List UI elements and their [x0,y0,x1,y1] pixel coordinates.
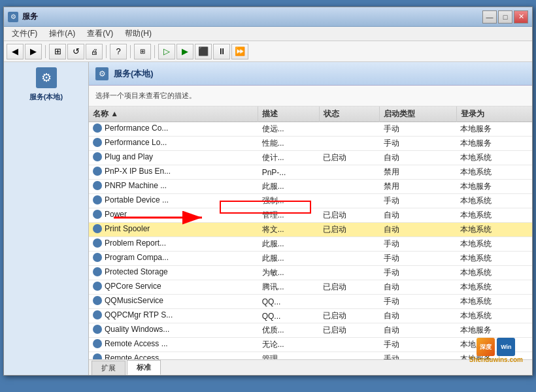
col-name[interactable]: 名称 ▲ [89,106,258,122]
tab-standard[interactable]: 标准 [127,360,161,375]
service-desc: 此服... [258,237,320,252]
service-name: Power [89,208,258,223]
forward-button[interactable]: ▶ [25,44,42,59]
service-desc: 管理... [258,208,320,223]
service-login: 本地系统 [456,266,532,280]
start-service-button[interactable]: ▷ [158,44,175,59]
toolbar-separator-2 [106,45,107,58]
main-content: ⚙ 服务(本地) ⚙ 服务(本地) 选择一个项目来查看它的描述。 名称 ▲ [4,62,532,375]
service-login: 本地系统 [456,151,532,165]
table-row[interactable]: Quality Windows...优质...已启动自动本地服务 [89,323,532,338]
menu-view[interactable]: 查看(V) [82,27,118,41]
service-startup: 手动 [380,194,457,208]
service-desc: 此服... [258,180,320,194]
table-row[interactable]: Problem Report...此服...手动本地系统 [89,237,532,252]
print-button[interactable]: 🖨 [86,44,103,59]
service-name: PNRP Machine ... [89,180,258,194]
table-row[interactable]: PNRP Machine ...此服...禁用本地服务 [89,180,532,194]
table-row[interactable]: QQMusicServiceQQ...手动本地系统 [89,295,532,309]
service-login: 本地服务 [456,122,532,137]
col-status[interactable]: 状态 [319,106,379,122]
col-desc[interactable]: 描述 [258,106,320,122]
content-header-title: 服务(本地) [114,68,154,80]
service-login: 本地系统 [456,237,532,252]
back-button[interactable]: ◀ [7,44,24,59]
service-status: 已启动 [319,151,379,165]
table-row[interactable]: Print Spooler将文...已启动自动本地系统 [89,223,532,237]
continue-button[interactable]: ▶ [176,44,193,59]
window-controls: — □ ✕ [482,10,528,24]
table-row[interactable]: Remote Access ...无论...手动本地系统 [89,338,532,352]
close-button[interactable]: ✕ [514,10,528,24]
service-name: PnP-X IP Bus En... [89,165,258,180]
service-login: 本地服务 [456,180,532,194]
service-desc: 使远... [258,122,320,137]
service-desc: QQ... [258,309,320,323]
service-status [319,266,379,280]
service-login: 本地系统 [456,208,532,223]
table-row[interactable]: Performance Co...使远...手动本地服务 [89,122,532,137]
menu-file[interactable]: 文件(F) [7,27,42,41]
table-row[interactable]: Program Compa...此服...手动本地系统 [89,252,532,266]
table-row[interactable]: Power管理...已启动自动本地系统 [89,208,532,223]
service-startup: 手动 [380,295,457,309]
maximize-button[interactable]: □ [498,10,512,24]
service-login: 本地系统 [456,223,532,237]
toolbar-separator-3 [130,45,131,58]
menu-help[interactable]: 帮助(H) [120,27,157,41]
service-status [319,165,379,180]
service-name: QPCore Service [89,280,258,295]
service-status [319,252,379,266]
help-button[interactable]: ? [110,44,127,59]
table-row[interactable]: QQPCMgr RTP S...QQ...已启动自动本地系统 [89,309,532,323]
service-login: 本地系统 [456,309,532,323]
service-status: 已启动 [319,208,379,223]
service-startup: 自动 [380,323,457,338]
col-startup[interactable]: 启动类型 [380,106,457,122]
service-startup: 手动 [380,137,457,151]
pause-button[interactable]: ⏸ [213,44,230,59]
restart-button[interactable]: ⏩ [231,44,248,59]
service-desc: 管理... [258,352,320,360]
service-name: Plug and Play [89,151,258,165]
service-name: QQPCMgr RTP S... [89,309,258,323]
service-name: Program Compa... [89,252,258,266]
service-status: 已启动 [319,309,379,323]
up-button[interactable]: ⊞ [49,44,66,59]
service-status [319,338,379,352]
table-row[interactable]: Performance Lo...性能...手动本地服务 [89,137,532,151]
service-startup: 手动 [380,252,457,266]
service-startup: 禁用 [380,180,457,194]
menu-bar: 文件(F) 操作(A) 查看(V) 帮助(H) [4,27,532,41]
services-table[interactable]: 名称 ▲ 描述 状态 启动类型 登录为 Performance Co...使远.… [89,106,532,359]
service-status [319,352,379,360]
title-bar: ⚙ 服务 — □ ✕ [4,7,532,27]
service-startup: 手动 [380,352,457,360]
service-desc: 使计... [258,151,320,165]
stop-button[interactable]: ⬛ [195,44,212,59]
refresh-button[interactable]: ↺ [67,44,84,59]
service-login: 本地服务 [456,137,532,151]
menu-action[interactable]: 操作(A) [44,27,80,41]
col-login[interactable]: 登录为 [456,106,532,122]
service-name: Performance Lo... [89,137,258,151]
service-startup: 手动 [380,237,457,252]
service-startup: 手动 [380,122,457,137]
service-desc: 无论... [258,338,320,352]
table-row[interactable]: Plug and Play使计...已启动自动本地系统 [89,151,532,165]
table-row[interactable]: Remote Access ...管理...手动本地服务 [89,352,532,360]
service-name: Print Spooler [89,223,258,237]
properties-button[interactable]: ⊞ [134,44,151,59]
minimize-button[interactable]: — [482,10,497,24]
tab-expand[interactable]: 扩展 [92,361,126,375]
service-login: 本地系统 [456,194,532,208]
service-desc: 此服... [258,252,320,266]
service-startup: 手动 [380,266,457,280]
service-desc: QQ... [258,295,320,309]
table-row[interactable]: Portable Device ...强制...手动本地系统 [89,194,532,208]
service-desc: PnP-... [258,165,320,180]
table-row[interactable]: PnP-X IP Bus En...PnP-...禁用本地系统 [89,165,532,180]
table-row[interactable]: Protected Storage为敏...手动本地系统 [89,266,532,280]
table-row[interactable]: QPCore Service腾讯...已启动自动本地系统 [89,280,532,295]
table-header: 名称 ▲ 描述 状态 启动类型 登录为 [89,106,532,122]
